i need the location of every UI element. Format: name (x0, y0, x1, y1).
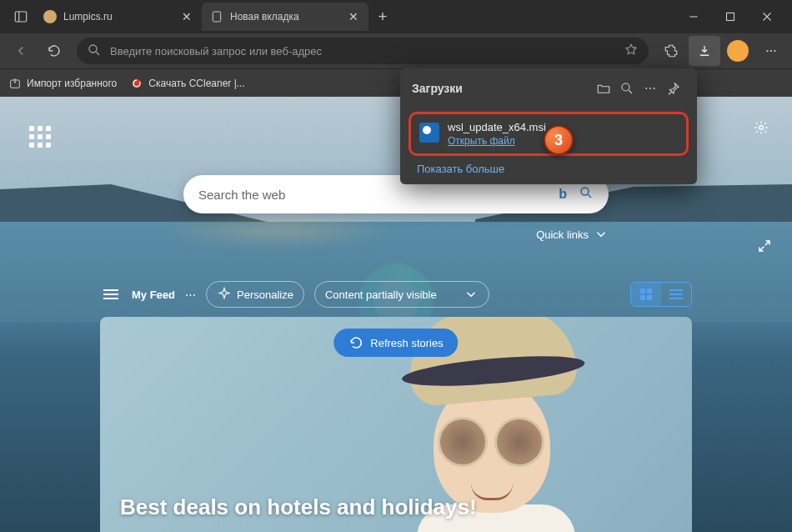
svg-point-18 (622, 83, 629, 91)
sidebar-icon (13, 9, 28, 24)
bookmark-label: Импорт избранного (27, 78, 117, 89)
downloads-header: Загрузки ⋯ (400, 68, 697, 108)
svg-text:+: + (634, 43, 637, 48)
svg-point-16 (581, 188, 589, 195)
annotation-step-3: 3 (544, 125, 574, 155)
my-feed-label[interactable]: My Feed (132, 289, 175, 301)
refresh-stories-button[interactable]: Refresh stories (333, 329, 458, 357)
feed-card[interactable]: Refresh stories Best deals on hotels and… (100, 317, 692, 532)
minimize-button[interactable] (675, 3, 712, 31)
ccleaner-icon (130, 77, 143, 90)
svg-rect-4 (727, 13, 734, 21)
feed-bar: My Feed ⋯ Personalize Content partially … (100, 279, 692, 310)
maximize-button[interactable] (712, 3, 749, 31)
downloads-panel: Загрузки ⋯ wsl_update_x64.msi Открыть фа… (400, 68, 697, 184)
refresh-label: Refresh stories (370, 337, 443, 349)
address-bar[interactable]: Введите поисковый запрос или веб-адрес + (77, 38, 649, 64)
quick-links-toggle[interactable]: Quick links (536, 227, 609, 242)
tab-lumpics[interactable]: Lumpics.ru ✕ (35, 3, 202, 31)
chevron-down-icon (464, 287, 479, 302)
svg-rect-2 (213, 12, 220, 22)
open-file-link[interactable]: Открыть файл (448, 135, 546, 147)
grid-layout-button[interactable] (631, 283, 661, 306)
personalize-label: Personalize (237, 289, 293, 301)
close-icon[interactable]: ✕ (180, 10, 193, 23)
bing-icon: b (559, 187, 567, 202)
bookmark-import[interactable]: Импорт избранного (8, 77, 117, 90)
address-placeholder: Введите поисковый запрос или веб-адрес (110, 45, 624, 58)
list-layout-button[interactable] (661, 283, 691, 306)
svg-point-12 (774, 50, 775, 52)
page-settings-button[interactable] (754, 120, 769, 138)
bookmark-label: Скачать CCleaner |... (148, 78, 244, 89)
close-icon[interactable]: ✕ (347, 10, 360, 23)
search-icon (87, 43, 102, 60)
tab-actions-button[interactable] (7, 3, 35, 31)
svg-point-11 (770, 50, 772, 52)
tab-title: Новая вкладка (230, 11, 340, 23)
sparkle-icon (217, 287, 232, 302)
search-icon[interactable] (579, 185, 594, 203)
download-filename: wsl_update_x64.msi (448, 121, 546, 133)
quick-links-label: Quick links (536, 228, 589, 241)
svg-point-10 (766, 50, 768, 52)
downloads-more-button[interactable]: ⋯ (639, 77, 662, 100)
open-folder-button[interactable] (592, 77, 615, 100)
visibility-dropdown[interactable]: Content partially visible (314, 281, 489, 308)
card-headline: Best deals on hotels and holidays! (120, 494, 477, 520)
svg-point-15 (759, 126, 764, 130)
feed-more-button[interactable]: ⋯ (185, 289, 196, 301)
extensions-button[interactable] (655, 36, 687, 66)
msi-file-icon (419, 123, 439, 143)
new-tab-button[interactable]: + (368, 3, 397, 31)
svg-rect-0 (15, 12, 27, 22)
chevron-down-icon (594, 227, 609, 242)
toolbar: Введите поисковый запрос или веб-адрес + (0, 33, 792, 68)
apps-button[interactable] (23, 120, 57, 153)
refresh-button[interactable] (38, 36, 70, 66)
svg-point-7 (89, 45, 97, 53)
page-icon (210, 10, 223, 23)
layout-toggle (630, 282, 692, 307)
menu-button[interactable] (755, 36, 787, 66)
import-icon (8, 77, 22, 90)
show-more-downloads[interactable]: Показать больше (400, 161, 697, 176)
svg-line-17 (588, 194, 591, 198)
favorite-icon[interactable]: + (624, 43, 639, 60)
search-downloads-button[interactable] (615, 77, 639, 100)
refresh-icon (348, 335, 363, 350)
titlebar: Lumpics.ru ✕ Новая вкладка ✕ + (0, 0, 792, 33)
svg-line-8 (96, 52, 99, 55)
svg-line-19 (629, 90, 632, 93)
close-window-button[interactable] (749, 3, 785, 31)
back-button[interactable] (5, 36, 37, 66)
personalize-button[interactable]: Personalize (206, 281, 304, 308)
favicon-icon (43, 10, 57, 23)
downloads-button[interactable] (689, 36, 720, 66)
feed-menu-button[interactable] (100, 289, 122, 299)
search-placeholder: Search the web (198, 188, 559, 202)
visibility-label: Content partially visible (325, 289, 437, 301)
tab-newtab[interactable]: Новая вкладка ✕ (202, 3, 368, 31)
profile-avatar[interactable] (727, 40, 749, 62)
pin-downloads-button[interactable] (662, 77, 685, 100)
expand-button[interactable] (757, 238, 772, 257)
show-more-link[interactable]: Показать больше (417, 163, 504, 175)
downloads-title: Загрузки (412, 82, 592, 95)
bookmark-ccleaner[interactable]: Скачать CCleaner |... (130, 77, 244, 90)
tab-title: Lumpics.ru (63, 11, 173, 23)
